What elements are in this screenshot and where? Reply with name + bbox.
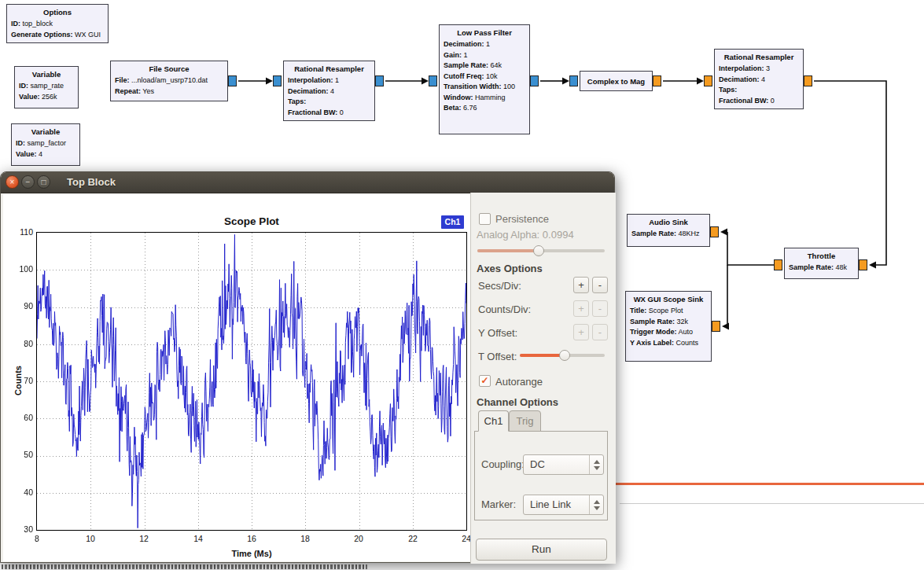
x-tick-label: 10 — [79, 534, 101, 543]
analog-alpha-label: Analog Alpha: 0.0994 — [477, 229, 574, 241]
arrowhead-icon — [266, 78, 273, 85]
port-resampler1-out[interactable] — [375, 75, 384, 86]
x-tick-label: 16 — [241, 534, 263, 543]
marker-select[interactable]: Line Link — [523, 495, 604, 515]
block-title: Complex to Mag — [584, 76, 648, 87]
block-title: Variable — [19, 69, 74, 80]
spinner-up-icon[interactable] — [594, 460, 600, 464]
param-line: Title: Scope Plot — [630, 306, 707, 317]
scope-plot-canvas — [36, 232, 467, 531]
param-line: Beta: 6.76 — [444, 103, 525, 114]
axes-options-header: Axes Options — [477, 263, 543, 274]
param-line: Transition Width: 100 — [444, 82, 525, 93]
scope-plot-pane: Scope Plot Ch1 Counts Time (Ms) 110 100 … — [3, 194, 470, 561]
analog-alpha-slider — [477, 249, 605, 252]
y-tick-label: 40 — [8, 487, 33, 498]
arrowhead-icon — [562, 78, 569, 85]
t-offset-slider-handle[interactable] — [559, 350, 570, 361]
block-rational-resampler-1[interactable]: Rational Resampler Interpolation: 1 Deci… — [283, 61, 375, 121]
block-title: WX GUI Scope Sink — [630, 294, 707, 305]
y-offset-minus-button: - — [592, 324, 608, 340]
port-complex-to-mag-out[interactable] — [653, 75, 661, 86]
autorange-checkbox[interactable]: ✓ — [479, 375, 491, 387]
page-gray-rule — [620, 503, 924, 504]
x-tick-label: 12 — [133, 534, 155, 543]
tab-trig[interactable]: Trig — [509, 410, 541, 432]
marker-value: Line Link — [530, 498, 571, 510]
param-line: ID: samp_factor — [16, 138, 75, 149]
block-variable-samp-factor[interactable]: Variable ID: samp_factor Value: 4 — [11, 123, 80, 166]
connection-wire — [727, 265, 729, 326]
param-line: Gain: 1 — [444, 50, 525, 61]
block-file-source[interactable]: File Source File: ...nload/am_usrp710.da… — [110, 61, 228, 101]
spinner-down-icon[interactable] — [594, 466, 600, 470]
connection-wire — [814, 81, 886, 265]
t-offset-slider[interactable] — [520, 354, 605, 357]
param-line: Repeat: Yes — [115, 86, 223, 97]
param-line: Sample Rate: 48k — [789, 263, 854, 274]
x-axis-label: Time (Ms) — [37, 549, 466, 558]
marker-label: Marker: — [481, 498, 516, 510]
minimize-icon[interactable]: − — [21, 175, 35, 189]
port-throttle-in[interactable] — [859, 259, 867, 270]
window-title: Top Block — [67, 176, 116, 188]
param-line: Interpolation: 1 — [288, 75, 370, 86]
run-button[interactable]: Run — [476, 539, 607, 561]
persistence-label: Persistence — [495, 213, 549, 225]
param-line: Trigger Mode: Auto — [630, 327, 707, 338]
x-tick-label: 8 — [26, 534, 48, 543]
persistence-checkbox[interactable] — [479, 213, 491, 225]
param-line: Sample Rate: 32k — [630, 317, 707, 328]
block-complex-to-mag[interactable]: Complex to Mag — [580, 71, 653, 91]
block-title: File Source — [115, 64, 223, 75]
port-resampler2-out[interactable] — [804, 75, 812, 86]
x-tick-label: 18 — [294, 534, 316, 543]
y-tick-label: 100 — [8, 264, 33, 275]
block-rational-resampler-2[interactable]: Rational Resampler Interpolation: 3 Deci… — [714, 49, 804, 109]
port-lowpass-in[interactable] — [429, 75, 437, 86]
block-options[interactable]: Options ID: top_block Generate Options: … — [6, 4, 109, 43]
secs-div-minus-button[interactable]: - — [592, 277, 608, 293]
secs-div-plus-button[interactable]: + — [573, 277, 589, 293]
port-scope-sink-in[interactable] — [712, 321, 720, 332]
plot-title: Scope Plot — [37, 215, 466, 227]
port-audio-sink-in[interactable] — [710, 226, 719, 237]
connection-wire — [727, 232, 774, 265]
counts-div-label: Counts/Div: — [478, 303, 531, 315]
y-tick-label: 50 — [8, 450, 33, 461]
spinner-up-icon[interactable] — [594, 500, 600, 504]
legend-badge-ch1: Ch1 — [441, 215, 464, 229]
block-title: Options — [11, 7, 104, 18]
param-line: ID: top_block — [11, 19, 104, 30]
spinner-down-icon[interactable] — [594, 506, 600, 510]
arrowhead-icon — [869, 262, 876, 269]
y-offset-plus-button: + — [573, 324, 589, 340]
block-title: Low Pass Filter — [444, 28, 525, 39]
block-variable-samp-rate[interactable]: Variable ID: samp_rate Value: 256k — [14, 66, 79, 108]
block-title: Variable — [16, 127, 75, 138]
block-throttle[interactable]: Throttle Sample Rate: 48k — [784, 248, 859, 279]
channel-options-header: Channel Options — [477, 396, 558, 408]
arrowhead-icon — [422, 78, 429, 85]
port-lowpass-out[interactable] — [530, 75, 539, 86]
port-resampler1-in[interactable] — [273, 75, 282, 86]
coupling-select[interactable]: DC — [523, 454, 604, 475]
y-tick-label: 80 — [8, 339, 33, 350]
maximize-icon[interactable]: □ — [37, 175, 50, 189]
block-wx-gui-scope-sink[interactable]: WX GUI Scope Sink Title: Scope Plot Samp… — [625, 291, 712, 362]
coupling-value: DC — [530, 458, 545, 470]
block-audio-sink[interactable]: Audio Sink Sample Rate: 48KHz — [627, 214, 710, 247]
block-low-pass-filter[interactable]: Low Pass Filter Decimation: 1 Gain: 1 Sa… — [439, 24, 530, 134]
tab-ch1[interactable]: Ch1 — [478, 410, 509, 432]
canvas-bottom-orange-rule — [613, 483, 924, 485]
param-line: Y Axis Label: Counts — [630, 338, 707, 349]
port-throttle-out[interactable] — [774, 259, 782, 270]
port-complex-to-mag-in[interactable] — [569, 75, 578, 86]
autorange-label: Autorange — [495, 376, 543, 388]
close-icon[interactable]: × — [6, 175, 19, 189]
param-line: Sample Rate: 48KHz — [631, 229, 705, 240]
param-line: Fractional BW: 0 — [288, 108, 370, 119]
port-resampler2-in[interactable] — [704, 75, 712, 86]
window-titlebar[interactable]: × − □ Top Block — [1, 172, 614, 193]
port-file-source-out[interactable] — [228, 75, 237, 86]
